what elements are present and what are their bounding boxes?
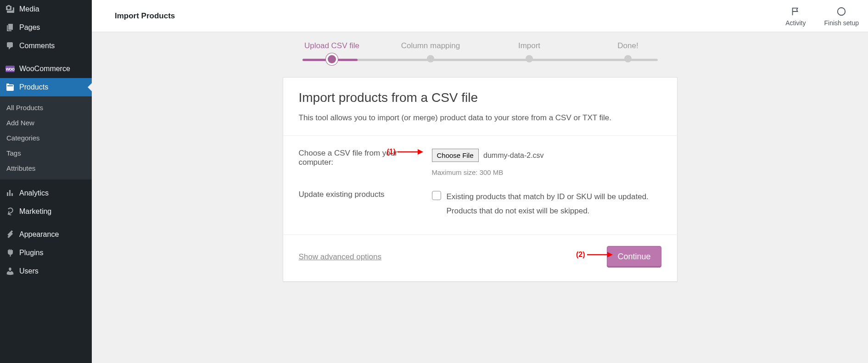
step-label: Done!: [579, 41, 678, 50]
menu-label: Marketing: [19, 207, 51, 216]
submenu-attributes[interactable]: Attributes: [0, 161, 92, 176]
sidebar-item-products[interactable]: Products: [0, 78, 92, 96]
media-icon: [6, 5, 15, 14]
submenu-tags[interactable]: Tags: [0, 145, 92, 161]
step-label: Upload CSV file: [283, 41, 381, 50]
progress-stepper: Upload CSV file Column mapping Import Do…: [283, 41, 678, 63]
main-area: Import Products Activity Finish setup: [92, 0, 868, 363]
products-submenu: All Products Add New Categories Tags Att…: [0, 96, 92, 179]
submenu-categories[interactable]: Categories: [0, 130, 92, 145]
sidebar-item-plugins[interactable]: Plugins: [0, 244, 92, 262]
step-mapping: Column mapping: [381, 41, 480, 63]
step-dot-icon: [427, 55, 434, 62]
import-card: Import products from a CSV file This too…: [283, 77, 678, 282]
card-description: This tool allows you to import (or merge…: [299, 113, 661, 123]
update-label: Update existing products: [299, 190, 423, 218]
menu-label: Media: [19, 5, 39, 13]
menu-label: WooCommerce: [19, 65, 70, 73]
card-title: Import products from a CSV file: [299, 90, 661, 105]
file-label: Choose a CSV file from your computer:: [299, 149, 423, 176]
finish-setup-button[interactable]: Finish setup: [824, 6, 859, 27]
products-icon: [6, 83, 15, 92]
menu-label: Analytics: [19, 189, 49, 197]
marketing-icon: [6, 207, 15, 216]
plugins-icon: [6, 248, 15, 257]
update-existing-checkbox[interactable]: [432, 191, 441, 200]
sidebar-item-comments[interactable]: Comments: [0, 37, 92, 55]
choose-file-button[interactable]: Choose File: [432, 149, 479, 162]
woocommerce-icon: woo: [6, 64, 15, 73]
file-name: dummy-data-2.csv: [483, 151, 544, 159]
continue-button[interactable]: Continue: [607, 246, 661, 268]
admin-sidebar: Media Pages Comments woo WooCommerce Pro…: [0, 0, 92, 363]
analytics-icon: [6, 189, 15, 198]
sidebar-item-appearance[interactable]: Appearance: [0, 225, 92, 244]
topbar: Import Products Activity Finish setup: [92, 0, 868, 32]
max-size-hint: Maximum size: 300 MB: [432, 168, 661, 176]
step-label: Column mapping: [381, 41, 480, 50]
svg-point-0: [838, 7, 846, 15]
menu-label: Appearance: [19, 230, 59, 239]
page-icon: [6, 23, 15, 32]
activity-button[interactable]: Activity: [785, 6, 806, 27]
menu-label: Pages: [19, 23, 40, 32]
advanced-options-link[interactable]: Show advanced options: [299, 252, 382, 262]
sidebar-item-pages[interactable]: Pages: [0, 18, 92, 37]
menu-label: Products: [19, 83, 48, 91]
menu-label: Users: [19, 267, 39, 275]
sidebar-item-woocommerce[interactable]: woo WooCommerce: [0, 60, 92, 78]
sidebar-item-media[interactable]: Media: [0, 0, 92, 18]
menu-label: Plugins: [19, 249, 43, 257]
activity-label: Activity: [785, 19, 806, 27]
content-area: Upload CSV file Column mapping Import Do…: [92, 32, 868, 363]
page-title: Import Products: [115, 11, 175, 21]
update-description: Existing products that match by ID or SK…: [447, 190, 661, 218]
step-dot-icon: [624, 55, 632, 62]
step-label: Import: [480, 41, 579, 50]
sidebar-item-marketing[interactable]: Marketing: [0, 202, 92, 221]
step-upload: Upload CSV file: [283, 41, 381, 63]
submenu-all-products[interactable]: All Products: [0, 100, 92, 115]
sidebar-item-analytics[interactable]: Analytics: [0, 184, 92, 202]
step-dot-icon: [328, 55, 336, 63]
step-done: Done!: [579, 41, 678, 63]
appearance-icon: [6, 230, 15, 239]
finish-setup-label: Finish setup: [824, 19, 859, 27]
comment-icon: [6, 41, 15, 50]
step-import: Import: [480, 41, 579, 63]
users-icon: [6, 267, 15, 276]
step-dot-icon: [526, 55, 533, 62]
flag-icon: [785, 6, 806, 17]
menu-label: Comments: [19, 42, 55, 50]
sidebar-item-users[interactable]: Users: [0, 262, 92, 280]
circle-icon: [824, 6, 859, 17]
submenu-add-new[interactable]: Add New: [0, 115, 92, 130]
